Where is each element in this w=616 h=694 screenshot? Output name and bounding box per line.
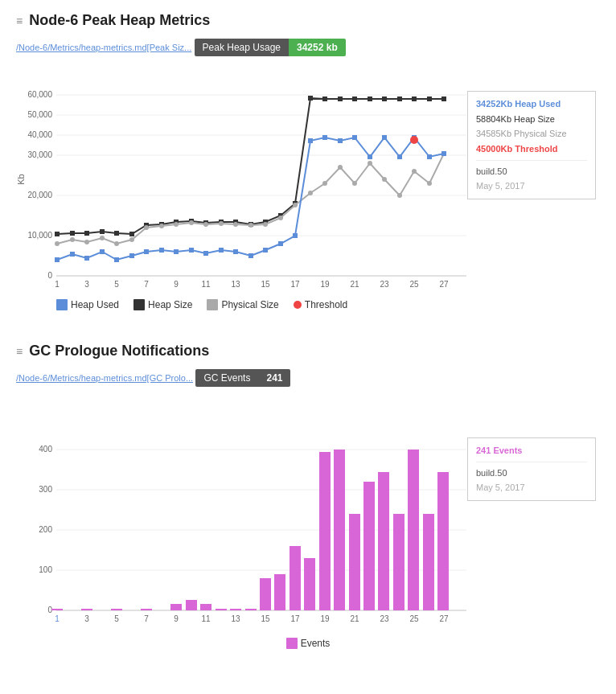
- svg-rect-104: [352, 135, 357, 140]
- svg-rect-103: [338, 138, 343, 143]
- svg-rect-147: [260, 578, 271, 610]
- tooltip-build: build.50: [476, 164, 587, 179]
- svg-text:21: 21: [350, 280, 359, 289]
- svg-text:400: 400: [39, 445, 52, 454]
- svg-rect-143: [200, 604, 211, 610]
- legend-heap-used: Heap Used: [56, 299, 119, 310]
- svg-text:25: 25: [409, 614, 419, 623]
- svg-rect-151: [319, 452, 331, 610]
- svg-rect-92: [174, 249, 179, 254]
- svg-text:15: 15: [261, 614, 270, 623]
- svg-rect-137: [51, 609, 63, 610]
- svg-point-64: [159, 224, 164, 228]
- svg-rect-106: [382, 135, 387, 140]
- svg-rect-35: [129, 232, 134, 236]
- gc-tooltip-date: May 5, 2017: [476, 480, 587, 495]
- legend-events-color: [286, 638, 298, 649]
- svg-rect-138: [81, 609, 92, 610]
- svg-rect-159: [437, 472, 449, 610]
- svg-rect-32: [84, 231, 89, 236]
- tooltip-heap-used: 34252Kb Heap Used: [476, 97, 587, 112]
- svg-text:7: 7: [144, 280, 149, 289]
- svg-rect-34: [114, 231, 119, 236]
- heap-chart-area: Kb 60,000 50,000 40,000 30,000 20,000 10…: [16, 67, 600, 294]
- svg-rect-51: [368, 97, 372, 101]
- svg-text:23: 23: [380, 614, 389, 623]
- svg-point-58: [70, 237, 75, 242]
- legend-physical-size: Physical Size: [207, 299, 278, 310]
- heap-tooltip: 34252Kb Heap Used 58804Kb Heap Size 3458…: [467, 91, 596, 199]
- svg-rect-52: [382, 97, 387, 101]
- svg-text:3: 3: [84, 614, 89, 623]
- svg-text:1: 1: [55, 614, 60, 623]
- svg-rect-102: [322, 135, 327, 140]
- svg-rect-86: [84, 256, 89, 261]
- svg-point-78: [368, 161, 372, 166]
- legend-physical-size-color: [207, 299, 218, 310]
- svg-point-67: [203, 222, 208, 227]
- svg-rect-110: [441, 151, 446, 156]
- legend-physical-size-label: Physical Size: [221, 299, 278, 310]
- legend-heap-size: Heap Size: [133, 299, 192, 310]
- svg-point-69: [233, 222, 238, 227]
- svg-text:27: 27: [439, 614, 449, 623]
- heap-chart-svg: Kb 60,000 50,000 40,000 30,000 20,000 10…: [16, 67, 483, 292]
- svg-point-59: [84, 240, 89, 244]
- hamburger-icon[interactable]: ≡: [16, 14, 23, 27]
- svg-rect-85: [70, 252, 75, 257]
- legend-events: Events: [286, 638, 331, 649]
- section2-breadcrumb[interactable]: /Node-6/Metrics/heap-metrics.md[GC Prolo…: [16, 373, 193, 383]
- svg-rect-158: [423, 514, 434, 610]
- svg-text:13: 13: [231, 280, 240, 289]
- svg-point-77: [352, 181, 357, 186]
- svg-point-63: [144, 225, 149, 230]
- section-peak-heap: ≡ Node-6 Peak Heap Metrics /Node-6/Metri…: [0, 0, 616, 322]
- section2-badge: GC Events 241: [195, 369, 290, 387]
- svg-rect-87: [100, 249, 105, 254]
- svg-text:20,000: 20,000: [27, 191, 52, 199]
- svg-text:17: 17: [290, 280, 300, 289]
- svg-point-61: [114, 241, 119, 246]
- svg-rect-31: [70, 231, 75, 236]
- svg-text:10,000: 10,000: [27, 231, 52, 240]
- svg-text:40,000: 40,000: [27, 130, 52, 139]
- gc-chart-legend: Events: [16, 638, 600, 649]
- svg-text:5: 5: [114, 280, 119, 289]
- svg-rect-105: [368, 154, 372, 159]
- svg-rect-98: [263, 248, 268, 253]
- svg-text:19: 19: [320, 280, 330, 289]
- svg-point-70: [248, 223, 253, 228]
- svg-point-73: [293, 203, 298, 207]
- section-gc-prologue: ≡ GC Prologue Notifications /Node-6/Metr…: [0, 331, 616, 661]
- tooltip-threshold: 45000Kb Threshold: [476, 142, 587, 157]
- section1-breadcrumb[interactable]: /Node-6/Metrics/heap-metrics.md[Peak Siz…: [16, 43, 191, 52]
- svg-text:50,000: 50,000: [27, 110, 52, 119]
- svg-point-65: [174, 222, 179, 227]
- svg-rect-96: [233, 249, 238, 254]
- svg-rect-89: [129, 253, 134, 258]
- svg-rect-157: [408, 450, 419, 610]
- svg-rect-94: [203, 251, 208, 256]
- svg-point-79: [382, 177, 387, 182]
- section1-title: Node-6 Peak Heap Metrics: [29, 12, 210, 29]
- svg-text:200: 200: [39, 525, 52, 534]
- svg-text:7: 7: [144, 614, 149, 623]
- svg-point-75: [322, 181, 327, 186]
- svg-rect-148: [274, 574, 285, 610]
- section2-header: ≡ GC Prologue Notifications: [16, 343, 600, 359]
- svg-rect-149: [290, 546, 301, 610]
- svg-point-72: [278, 216, 283, 220]
- svg-point-80: [397, 193, 402, 198]
- gc-tooltip-events: 241 Events: [476, 443, 587, 458]
- svg-rect-55: [427, 97, 432, 101]
- svg-text:5: 5: [114, 614, 119, 623]
- legend-heap-used-color: [56, 299, 68, 310]
- svg-point-71: [263, 222, 268, 227]
- tooltip-physical-size: 34585Kb Physical Size: [476, 126, 587, 142]
- svg-rect-150: [304, 558, 315, 610]
- heap-chart-container: Kb 60,000 50,000 40,000 30,000 20,000 10…: [16, 67, 600, 310]
- badge2-value: 241: [258, 369, 290, 387]
- svg-rect-109: [427, 154, 432, 159]
- hamburger-icon-2[interactable]: ≡: [16, 345, 23, 358]
- section1-badge: Peak Heap Usage 34252 kb: [195, 39, 346, 56]
